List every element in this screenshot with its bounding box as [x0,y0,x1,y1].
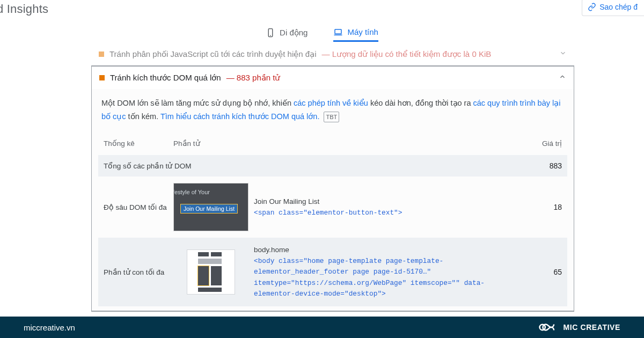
stat-label: Tổng số các phần tử DOM [104,161,530,170]
element-thumbnail [173,249,248,295]
table-header: Thống kê Phần tử Giá trị [98,131,567,155]
audit-description: Một DOM lớn sẽ làm tăng mức sử dụng bộ n… [92,89,574,128]
severity-icon [99,52,104,57]
thumb-overlay-text: e RV Lifestyle of Your [173,189,210,195]
stat-label: Phần tử con tối đa [104,268,173,276]
col-element: Phần tử [173,139,530,148]
element-code: <span class="elementor-button-text"> [254,208,530,218]
element-detail: Join Our Mailing List <span class="eleme… [254,196,530,218]
app-title: d Insights [0,2,48,16]
severity-icon [99,75,105,80]
chevron-down-icon [559,49,567,59]
copy-link-label: Sao chép đ [599,3,638,11]
footer-bar: miccreative.vn MIC CREATIVE [0,317,644,338]
footer-brand-label: MIC CREATIVE [564,323,621,332]
report-area: Tránh phân phối JavaScript cũ tới các tr… [91,43,574,335]
col-statistic: Thống kê [104,139,173,148]
audit-js-legacy[interactable]: Tránh phân phối JavaScript cũ tới các tr… [91,43,574,65]
col-value: Giá trị [530,139,562,148]
audit-title: Tránh kích thước DOM quá lớn [110,73,221,83]
infinity-logo-icon [538,320,558,334]
thumb-highlight-button: Join Our Mailing List [180,204,238,214]
table-row-depth: Độ sâu DOM tối đa e RV Lifestyle of Your… [98,177,567,238]
phone-icon [266,28,275,38]
audit-title: Tránh phân phối JavaScript cũ tới các tr… [109,49,316,59]
svg-rect-2 [335,29,341,33]
tab-mobile-label: Di động [280,28,308,38]
audit-metric: — 883 phần tử [226,73,281,83]
tab-mobile[interactable]: Di động [266,28,308,41]
footer-domain: miccreative.vn [24,323,75,332]
audit-dom-size-header[interactable]: Tránh kích thước DOM quá lớn — 883 phần … [92,67,574,89]
audit-metric: — Lượng dữ liệu có thể tiết kiệm được là… [321,49,491,59]
stat-value: 65 [530,268,562,276]
element-thumbnail: e RV Lifestyle of Your Join Our Mailing … [173,183,248,231]
element-text: Join Our Mailing List [254,196,530,208]
laptop-icon [333,27,343,37]
tab-desktop-label: Máy tính [347,27,378,36]
chevron-up-icon [559,73,566,83]
tab-desktop[interactable]: Máy tính [333,27,378,42]
link-icon [588,3,596,11]
link-learn-more[interactable]: Tìm hiểu cách tránh kích thước DOM quá l… [160,112,320,121]
footer-brand: MIC CREATIVE [538,320,621,334]
stat-value: 883 [530,161,562,170]
stat-value: 18 [530,203,562,211]
table-row-children: Phần tử con tối đa body.home [98,238,567,306]
element-detail: body.home <body class="home page-templat… [254,244,530,299]
stat-label: Độ sâu DOM tối đa [104,203,173,211]
table-row-total: Tổng số các phần tử DOM 883 [98,155,567,177]
link-style-calc[interactable]: các phép tính về kiểu [294,99,368,107]
dom-stats-table: Thống kê Phần tử Giá trị Tổng số các phầ… [98,131,567,306]
copy-link-button[interactable]: Sao chép đ [582,0,644,16]
element-text: body.home [254,244,519,256]
audit-dom-size-panel: Tránh kích thước DOM quá lớn — 883 phần … [91,65,574,312]
device-tabs: Di động Máy tính [0,26,644,43]
element-code: <body class="home page-template page-tem… [254,256,519,300]
tbt-badge: TBT [324,112,339,123]
